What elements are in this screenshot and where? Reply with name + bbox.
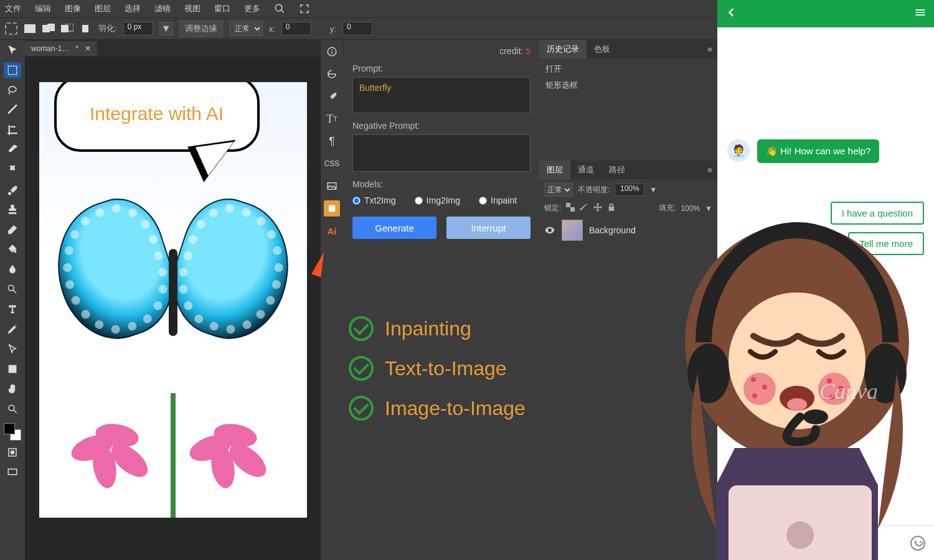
svg-point-8 (8, 192, 11, 195)
canvas[interactable]: Integrate with AI (39, 82, 307, 518)
blur-tool[interactable] (4, 261, 21, 278)
dodge-tool[interactable] (4, 281, 21, 297)
generate-button[interactable]: Generate (352, 217, 436, 239)
heal-tool[interactable] (4, 162, 21, 178)
menu-edit[interactable]: 编辑 (35, 3, 51, 14)
move-tool[interactable] (4, 42, 21, 58)
lock-move-icon[interactable] (593, 203, 602, 213)
layer-blend-select[interactable]: 正常 (544, 183, 573, 197)
search-icon[interactable] (274, 3, 285, 14)
sel-add-icon[interactable] (42, 24, 55, 34)
prompt-input[interactable]: Butterfly (352, 77, 531, 113)
lock-paint-icon[interactable] (580, 203, 588, 213)
radio-txt2img[interactable]: Txt2Img (352, 195, 396, 205)
y-input[interactable]: 0 (342, 22, 372, 35)
radio-img2img[interactable]: Img2Img (415, 195, 460, 205)
crop-tool[interactable] (4, 122, 21, 138)
ai-panel: credit: 5 Prompt: Butterfly Negative Pro… (344, 40, 539, 251)
hand-tool[interactable] (4, 381, 21, 397)
x-input[interactable]: 0 (281, 22, 311, 35)
eraser-tool[interactable] (4, 222, 21, 238)
emoji-icon[interactable] (910, 536, 925, 551)
tab-paths[interactable]: 路径 (601, 161, 633, 179)
lock-trans-icon[interactable] (566, 203, 575, 213)
pen-tool[interactable] (4, 321, 21, 337)
rect-marquee-tool[interactable] (4, 62, 21, 78)
menu-window[interactable]: 窗口 (214, 3, 230, 14)
interrupt-button[interactable]: Interrupt (446, 217, 531, 239)
radio-inpaint[interactable]: Inpaint (479, 195, 517, 205)
image-panel-icon[interactable] (324, 178, 340, 194)
adjust-edge-button[interactable]: 调整边缘 (179, 21, 223, 37)
sel-int-icon[interactable] (80, 24, 92, 34)
feather-dropdown-icon[interactable]: ▼ (159, 22, 173, 35)
lock-all-icon[interactable] (607, 203, 616, 213)
fill-dropdown-icon[interactable]: ▼ (705, 204, 712, 213)
tool-sidebar (0, 40, 25, 560)
tab-swatches[interactable]: 色板 (587, 40, 618, 58)
file-tab-name: woman-1… (31, 44, 69, 53)
quickmask-icon[interactable] (4, 444, 21, 460)
neg-prompt-input[interactable] (352, 134, 531, 172)
path-select-tool[interactable] (4, 341, 21, 357)
eyedropper-tool[interactable] (4, 142, 21, 158)
tab-history[interactable]: 历史记录 (539, 40, 587, 58)
ai-panel-icon[interactable]: Ai (324, 223, 340, 239)
fill-input[interactable]: 100% (681, 204, 700, 213)
color-swatches[interactable] (4, 423, 21, 441)
chat-body: 🧑‍💼 👋 Hi! How can we help? I have a ques… (717, 27, 934, 525)
visibility-icon[interactable] (544, 225, 555, 236)
sel-new-icon[interactable] (24, 24, 36, 34)
brush-tool[interactable] (4, 182, 21, 198)
type-tool[interactable] (4, 301, 21, 317)
chat-back-icon[interactable] (725, 6, 737, 21)
menu-file[interactable]: 文件 (5, 3, 21, 14)
blend-mode-select[interactable]: 正常 (229, 21, 263, 36)
bucket-tool[interactable] (4, 241, 21, 258)
color-panel-icon[interactable] (324, 200, 340, 217)
quick-reply-question[interactable]: I have a question (831, 202, 924, 225)
fullscreen-icon[interactable] (299, 3, 310, 14)
svg-point-9 (8, 285, 14, 291)
sel-sub-icon[interactable] (61, 24, 73, 34)
menu-filter[interactable]: 滤镜 (154, 3, 171, 14)
check-icon (349, 316, 374, 341)
layer-row-background[interactable]: Background (539, 216, 717, 245)
menu-more[interactable]: 更多 (244, 3, 260, 14)
lasso-tool[interactable] (4, 82, 21, 98)
menu-view[interactable]: 视图 (184, 3, 200, 14)
panel-menu-icon[interactable]: ≡ (702, 42, 717, 57)
history-item-open[interactable]: 打开 (544, 61, 712, 77)
opacity-input[interactable]: 100% (615, 184, 644, 196)
menu-select[interactable]: 选择 (125, 3, 141, 14)
feather-input[interactable]: 0 px (123, 22, 153, 35)
speech-text: Integrate with AI (90, 103, 224, 124)
marquee-icon (5, 22, 17, 35)
tab-channels[interactable]: 通道 (570, 161, 601, 179)
wand-tool[interactable] (4, 102, 21, 118)
stamp-tool[interactable] (4, 202, 21, 218)
canvas-area[interactable]: Integrate with AI (25, 57, 321, 560)
css-panel-icon[interactable]: CSS (324, 156, 340, 172)
info-panel-icon[interactable] (324, 44, 340, 60)
menu-layer[interactable]: 图层 (95, 3, 111, 14)
file-tab[interactable]: woman-1… * ✕ (25, 41, 97, 56)
paragraph-panel-icon[interactable]: ¶ (324, 133, 340, 149)
menu-image[interactable]: 图像 (65, 3, 81, 14)
layers-menu-icon[interactable]: ≡ (702, 162, 717, 177)
character-panel-icon[interactable]: TT (324, 111, 340, 127)
screen-mode-icon[interactable] (4, 464, 21, 480)
layers-panel: 图层 通道 路径 ≡ 正常 不透明度: 100% ▼ 锁定: 填充: 100% … (539, 161, 717, 245)
tab-layers[interactable]: 图层 (539, 161, 570, 179)
shape-tool[interactable] (4, 361, 21, 377)
opacity-dropdown-icon[interactable]: ▼ (649, 185, 657, 194)
quick-reply-more[interactable]: Tell me more (848, 232, 924, 255)
feature-img2img: Image-to-Image (385, 397, 526, 420)
brush-panel-icon[interactable] (324, 88, 340, 105)
history-item-rect[interactable]: 矩形选框 (544, 77, 712, 93)
zoom-tool[interactable] (4, 401, 21, 417)
chat-menu-icon[interactable] (914, 6, 927, 21)
feature-list-overlay: Inpainting Text-to-Image Image-to-Image (349, 316, 526, 421)
close-tab-icon[interactable]: ✕ (85, 44, 91, 53)
history-panel-icon[interactable] (324, 66, 340, 82)
